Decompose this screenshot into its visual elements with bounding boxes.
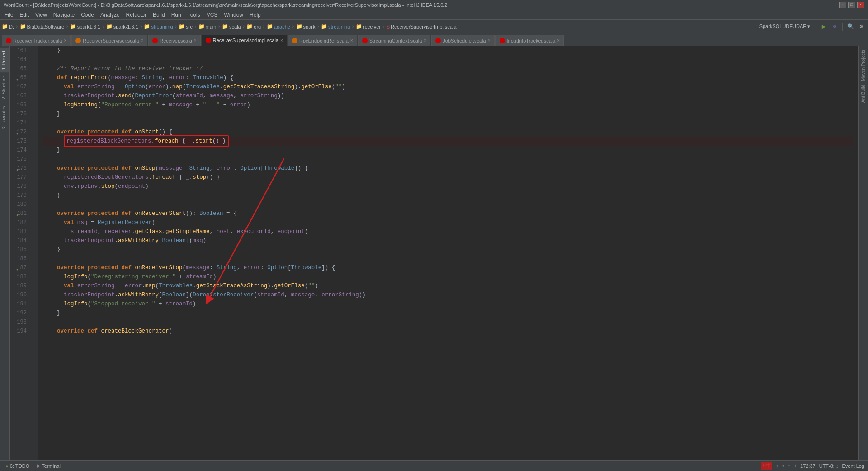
- bc-spark161[interactable]: 📁spark1.6.1: [70, 24, 100, 29]
- code-line-168: trackerEndpoint.send(ReportError(streamI…: [43, 91, 853, 100]
- code-content[interactable]: } /** Report error to the receiver track…: [38, 46, 858, 460]
- tab-close-job[interactable]: ×: [488, 38, 491, 43]
- line-numbers: 163 164 165 166 167 168 169 170 171 172 …: [10, 46, 33, 460]
- menu-view[interactable]: View: [33, 11, 50, 19]
- code-line-166: def reportError(message: String, error: …: [43, 73, 853, 82]
- tab-terminal[interactable]: ▶ Terminal: [35, 463, 62, 469]
- code-line-188: logInfo("Deregistering receiver " + stre…: [43, 272, 853, 281]
- linenum-176: 176: [10, 164, 29, 173]
- close-button[interactable]: ×: [857, 2, 864, 8]
- menu-vcs[interactable]: VCS: [204, 11, 221, 19]
- linenum-179: 179: [10, 191, 29, 200]
- event-log[interactable]: Event Log: [842, 463, 864, 469]
- tab-receiver-supervisor-impl[interactable]: ReceiverSupervisorImpl.scala ×: [202, 35, 287, 46]
- search-button[interactable]: 🔍: [845, 22, 855, 32]
- panel-favorites[interactable]: 3: Favorites: [0, 103, 9, 132]
- tab-receiver-tracker[interactable]: ReceiverTracker.scala ×: [2, 35, 71, 46]
- maximize-button[interactable]: □: [848, 2, 855, 8]
- ime-indicator: S中: [761, 462, 772, 470]
- run-button[interactable]: ▶: [819, 22, 829, 32]
- panel-strip: 1: Project 2: Structure 3: Favorites: [0, 46, 10, 460]
- tab-receiver-supervisor[interactable]: ReceiverSupervisor.scala ×: [71, 35, 147, 46]
- title-bar: WordCount - [D:\IdeaProjects\WordCount] …: [0, 0, 868, 10]
- linenum-191: 191: [10, 300, 29, 309]
- bc-spark[interactable]: 📁spark: [296, 24, 316, 29]
- bc-main[interactable]: 📁main: [198, 24, 217, 29]
- bc-sep6: ›: [193, 24, 198, 29]
- tab-streaming-context[interactable]: StreamingContext.scala ×: [358, 35, 431, 46]
- code-line-171: [43, 119, 853, 128]
- tab-input-info-tracker[interactable]: InputInfoTracker.scala ×: [495, 35, 564, 46]
- menu-file[interactable]: File: [2, 11, 16, 19]
- linenum-186: 186: [10, 254, 29, 263]
- menu-analyze[interactable]: Analyze: [98, 11, 123, 19]
- cursor-position: 172:37: [800, 463, 816, 469]
- panel-maven[interactable]: Maven Projects: [860, 48, 867, 83]
- tab-rpc-endpoint[interactable]: RpcEndpointRef.scala ×: [288, 35, 357, 46]
- title-bar-controls: − □ ×: [839, 2, 864, 8]
- code-line-184: trackerEndpoint.askWithRetry[Boolean](ms…: [43, 236, 853, 245]
- linenum-189: 189: [10, 281, 29, 290]
- code-line-186: [43, 254, 853, 263]
- bc-apache[interactable]: 📁apache: [267, 24, 290, 29]
- tab-close-supervisor[interactable]: ×: [141, 38, 143, 43]
- code-line-179: }: [43, 191, 853, 200]
- bc-spark-161[interactable]: 📁spark-1.6.1: [106, 24, 138, 29]
- bc-sep13: ›: [382, 24, 386, 29]
- debug-button[interactable]: ⚙: [830, 22, 840, 32]
- menu-edit[interactable]: Edit: [17, 11, 32, 19]
- linenum-164: 164: [10, 55, 29, 64]
- code-line-191: logInfo("Stopped receiver " + streamId): [43, 300, 853, 309]
- panel-ant[interactable]: Ant Build: [860, 83, 867, 105]
- tab-todo[interactable]: ● 6: TODO: [4, 463, 31, 469]
- panel-structure[interactable]: 2: Structure: [0, 73, 9, 102]
- tab-close-streaming[interactable]: ×: [424, 38, 426, 43]
- bc-sep7: ›: [217, 24, 221, 29]
- tab-job-scheduler[interactable]: JobScheduler.scala ×: [431, 35, 494, 46]
- menu-tools[interactable]: Tools: [185, 11, 203, 19]
- bc-org[interactable]: 📁org: [246, 24, 261, 29]
- menu-run[interactable]: Run: [169, 11, 184, 19]
- linenum-165: 165: [10, 64, 29, 73]
- bc-sep12: ›: [351, 24, 355, 29]
- linenum-170: 170: [10, 109, 29, 119]
- bc-streaming[interactable]: 📁streaming: [144, 24, 173, 29]
- bc-d[interactable]: 📁D:: [2, 24, 14, 29]
- tab-icon-rpc: [292, 38, 297, 43]
- menu-refactor[interactable]: Refactor: [123, 11, 149, 19]
- bc-receiver[interactable]: 📁receiver: [356, 24, 381, 29]
- code-line-189: val errorString = error.map(Throwables.g…: [43, 281, 853, 290]
- code-line-178: env.rpcEnv.stop(endpoint): [43, 182, 853, 191]
- code-line-183: streamId, receiver.getClass.getSimpleNam…: [43, 227, 853, 236]
- tab-label-impl: ReceiverSupervisorImpl.scala: [213, 38, 279, 43]
- tab-close-rpc[interactable]: ×: [350, 38, 353, 43]
- bc-file[interactable]: SReceiverSupervisorImpl.scala: [387, 24, 457, 29]
- tab-close-tracker[interactable]: ×: [64, 38, 66, 43]
- bc-sep11: ›: [316, 24, 320, 29]
- bc-streaming2[interactable]: 📁streaming: [321, 24, 350, 29]
- tab-label-job: JobScheduler.scala: [443, 38, 486, 43]
- tab-close-receiver[interactable]: ×: [194, 38, 197, 43]
- linenum-177: 177: [10, 173, 29, 182]
- menu-help[interactable]: Help: [247, 11, 264, 19]
- bc-bigdata[interactable]: 📁BigDataSoftware: [20, 24, 65, 29]
- minimize-button[interactable]: −: [839, 2, 846, 8]
- tab-close-impl[interactable]: ×: [280, 38, 283, 43]
- panel-project[interactable]: 1: Project: [0, 48, 9, 72]
- code-line-194: override def createBlockGenerator(: [43, 327, 853, 336]
- bc-scala[interactable]: 📁scala: [222, 24, 241, 29]
- bc-sep8: ›: [242, 24, 246, 29]
- project-selector[interactable]: SparkSQLUDFUDAF ▾: [757, 24, 813, 29]
- tab-icon-job: [435, 38, 441, 43]
- code-line-167: val errorString = Option(error).map(Thro…: [43, 82, 853, 91]
- menu-build[interactable]: Build: [150, 11, 168, 19]
- menu-navigate[interactable]: Navigate: [51, 11, 77, 19]
- menu-window[interactable]: Window: [221, 11, 246, 19]
- settings-button[interactable]: ⚙: [856, 22, 866, 32]
- menu-code[interactable]: Code: [78, 11, 97, 19]
- tab-label-receiver: Receiver.scala: [160, 38, 192, 43]
- bc-src[interactable]: 📁src: [179, 24, 193, 29]
- tab-receiver[interactable]: Receiver.scala ×: [148, 35, 200, 46]
- linenum-163: 163: [10, 46, 29, 55]
- tab-close-input[interactable]: ×: [557, 38, 560, 43]
